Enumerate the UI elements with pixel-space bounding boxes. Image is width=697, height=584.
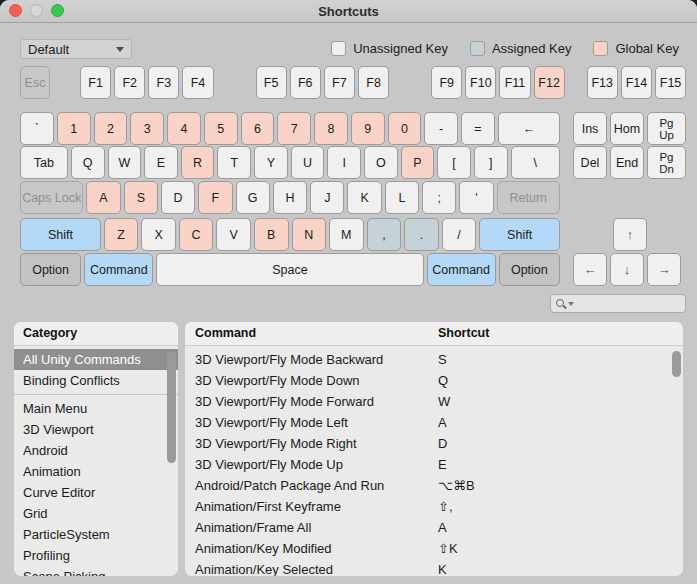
page-up-key[interactable]: Pg Up (647, 112, 686, 145)
backtick-key[interactable]: ` (20, 112, 54, 145)
key-k[interactable]: K (347, 181, 381, 214)
key-f4[interactable]: F4 (182, 66, 213, 99)
comma-key[interactable]: , (367, 218, 402, 251)
key-del[interactable]: Del (573, 146, 607, 179)
key-f1[interactable]: F1 (80, 66, 111, 99)
command-row[interactable]: 3D Viewport/Fly Mode BackwardS (185, 349, 683, 370)
key-f13[interactable]: F13 (587, 66, 618, 99)
key-f6[interactable]: F6 (290, 66, 321, 99)
equals-key[interactable]: = (461, 112, 495, 145)
key-c[interactable]: C (179, 218, 214, 251)
key-f9[interactable]: F9 (431, 66, 462, 99)
backslash-key[interactable]: \ (511, 146, 560, 179)
key-0[interactable]: 0 (388, 112, 422, 145)
key-l[interactable]: L (385, 181, 419, 214)
key-shift-2[interactable]: Shift (479, 218, 560, 251)
key-b[interactable]: B (254, 218, 289, 251)
key-r[interactable]: R (181, 146, 215, 179)
command-row[interactable]: 3D Viewport/Fly Mode LeftA (185, 412, 683, 433)
key-x[interactable]: X (141, 218, 176, 251)
slash-key[interactable]: / (442, 218, 477, 251)
key-f7[interactable]: F7 (324, 66, 355, 99)
search-input[interactable] (578, 296, 680, 312)
category-item[interactable]: 3D Viewport (14, 419, 178, 440)
close-button[interactable] (9, 4, 22, 17)
key-shift[interactable]: Shift (20, 218, 101, 251)
key-command[interactable]: Command (84, 253, 153, 286)
key-end[interactable]: End (610, 146, 644, 179)
key-option-2[interactable]: Option (499, 253, 560, 286)
key-q[interactable]: Q (71, 146, 105, 179)
category-item[interactable]: Animation (14, 461, 178, 482)
key-f15[interactable]: F15 (655, 66, 686, 99)
key-w[interactable]: W (108, 146, 142, 179)
category-item[interactable]: Curve Editor (14, 482, 178, 503)
page-down-key[interactable]: Pg Dn (647, 146, 686, 179)
key-e[interactable]: E (144, 146, 178, 179)
key-d[interactable]: D (161, 181, 195, 214)
category-item[interactable]: ParticleSystem (14, 524, 178, 545)
key-n[interactable]: N (292, 218, 327, 251)
zoom-button[interactable] (51, 4, 64, 17)
key-9[interactable]: 9 (351, 112, 385, 145)
key-space[interactable]: Space (156, 253, 423, 286)
key-f12[interactable]: F12 (534, 66, 565, 99)
category-scrollbar[interactable] (167, 348, 176, 572)
key-2[interactable]: 2 (94, 112, 128, 145)
category-item[interactable]: Main Menu (14, 398, 178, 419)
key-1[interactable]: 1 (57, 112, 91, 145)
key-s[interactable]: S (124, 181, 158, 214)
key-f2[interactable]: F2 (114, 66, 145, 99)
command-row[interactable]: Android/Patch Package And Run⌥⌘B (185, 475, 683, 496)
key-t[interactable]: T (217, 146, 251, 179)
key-f8[interactable]: F8 (358, 66, 389, 99)
down-arrow-key[interactable]: ↓ (610, 253, 644, 286)
category-item[interactable]: Android (14, 440, 178, 461)
semicolon-key[interactable]: ; (422, 181, 456, 214)
left-bracket-key[interactable]: [ (437, 146, 471, 179)
command-row[interactable]: 3D Viewport/Fly Mode UpE (185, 454, 683, 475)
key-z[interactable]: Z (104, 218, 139, 251)
key-u[interactable]: U (291, 146, 325, 179)
key-3[interactable]: 3 (130, 112, 164, 145)
right-arrow-key[interactable]: → (647, 253, 681, 286)
search-field[interactable] (550, 294, 686, 313)
command-row[interactable]: 3D Viewport/Fly Mode DownQ (185, 370, 683, 391)
left-arrow-key[interactable]: ← (573, 253, 607, 286)
key-o[interactable]: O (364, 146, 398, 179)
key-j[interactable]: J (310, 181, 344, 214)
key-ins[interactable]: Ins (573, 112, 607, 145)
command-row[interactable]: Animation/Frame AllA (185, 517, 683, 538)
key-a[interactable]: A (86, 181, 120, 214)
key-f3[interactable]: F3 (148, 66, 179, 99)
command-scrollbar[interactable] (672, 348, 681, 572)
key-tab[interactable]: Tab (20, 146, 68, 179)
minus-key[interactable]: - (424, 112, 458, 145)
quote-key[interactable]: ' (459, 181, 493, 214)
up-arrow-key[interactable]: ↑ (613, 218, 647, 251)
key-f[interactable]: F (198, 181, 232, 214)
key-v[interactable]: V (216, 218, 251, 251)
key-6[interactable]: 6 (241, 112, 275, 145)
category-item[interactable]: Binding Conflicts (14, 370, 178, 391)
backspace-key[interactable]: ← (498, 112, 560, 145)
category-item[interactable]: Profiling (14, 545, 178, 566)
command-row[interactable]: Animation/Key SelectedK (185, 559, 683, 576)
key-4[interactable]: 4 (167, 112, 201, 145)
right-bracket-key[interactable]: ] (474, 146, 508, 179)
key-7[interactable]: 7 (277, 112, 311, 145)
key-f11[interactable]: F11 (499, 66, 530, 99)
key-g[interactable]: G (236, 181, 270, 214)
period-key[interactable]: . (404, 218, 439, 251)
category-item[interactable]: Grid (14, 503, 178, 524)
command-row[interactable]: Animation/Key Modified⇧K (185, 538, 683, 559)
command-row[interactable]: Animation/First Keyframe⇧, (185, 496, 683, 517)
key-hom[interactable]: Hom (610, 112, 644, 145)
category-scrollbar-thumb[interactable] (167, 351, 176, 463)
key-m[interactable]: M (329, 218, 364, 251)
category-item[interactable]: All Unity Commands (14, 349, 178, 370)
profile-dropdown[interactable]: Default (20, 39, 132, 59)
key-p[interactable]: P (401, 146, 435, 179)
key-f10[interactable]: F10 (465, 66, 496, 99)
command-row[interactable]: 3D Viewport/Fly Mode RightD (185, 433, 683, 454)
